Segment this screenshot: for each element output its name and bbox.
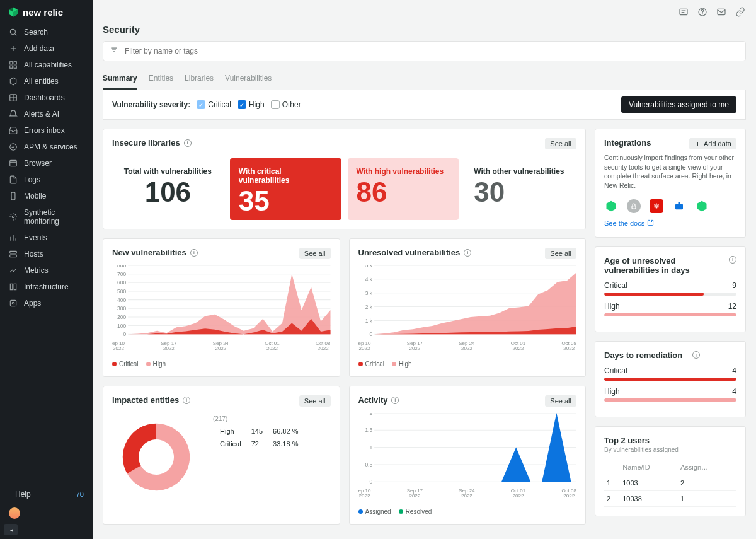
bell-icon bbox=[9, 110, 18, 119]
tab-entities[interactable]: Entities bbox=[149, 69, 173, 90]
svg-rect-82 bbox=[679, 202, 680, 204]
legend-resolved-dot bbox=[399, 509, 403, 514]
impacted-entities-card: Impacted entitiesi See all (217) High145… bbox=[103, 386, 340, 525]
see-all-button[interactable]: See all bbox=[545, 138, 576, 149]
nav-help[interactable]: Help 70 bbox=[0, 486, 93, 502]
stat-value: 35 bbox=[239, 187, 333, 215]
see-all-button[interactable]: See all bbox=[545, 248, 576, 259]
infrastructure-icon bbox=[9, 282, 18, 291]
svg-rect-5 bbox=[14, 62, 16, 64]
legend-high-dot bbox=[392, 362, 396, 366]
search-icon bbox=[9, 28, 18, 37]
svg-line-1 bbox=[14, 33, 16, 35]
info-icon[interactable]: i bbox=[190, 249, 198, 257]
checkbox-icon: ✓ bbox=[238, 100, 246, 109]
add-data-button[interactable]: Add data bbox=[689, 138, 736, 149]
nav-events[interactable]: Events bbox=[0, 229, 93, 246]
card-subtitle: By vulnerabilities assigned bbox=[604, 446, 736, 453]
share-link-icon[interactable] bbox=[735, 6, 746, 18]
nav-search[interactable]: Search bbox=[0, 24, 93, 40]
nav-label: All capabilities bbox=[24, 61, 72, 69]
info-icon[interactable]: i bbox=[464, 249, 471, 257]
vulnerabilities-assigned-button[interactable]: Vulnerabilities assigned to me bbox=[621, 96, 736, 113]
stat-high[interactable]: With high vulnerabilities 86 bbox=[348, 158, 459, 220]
nav-logs[interactable]: Logs bbox=[0, 171, 93, 188]
integration-logo-snyk-icon[interactable]: ❄ bbox=[650, 199, 663, 213]
legend-label: High bbox=[399, 361, 412, 368]
integration-logo-newrelic2-icon[interactable] bbox=[695, 199, 709, 213]
integration-logo-lock-icon[interactable] bbox=[627, 199, 641, 213]
bars-icon bbox=[9, 233, 18, 242]
legend-assigned-dot bbox=[358, 509, 363, 514]
query-builder-icon[interactable] bbox=[678, 6, 689, 18]
tab-libraries[interactable]: Libraries bbox=[185, 69, 214, 90]
severity-filter-row: Vulnerability severity: ✓Critical ✓High … bbox=[103, 90, 746, 120]
nav-all-capabilities[interactable]: All capabilities bbox=[0, 57, 93, 73]
svg-rect-7 bbox=[14, 66, 16, 68]
nav-all-entities[interactable]: All entities bbox=[0, 73, 93, 90]
info-icon[interactable]: i bbox=[729, 256, 736, 264]
user-avatar[interactable] bbox=[9, 507, 20, 519]
nav-synthetic-monitoring[interactable]: Synthetic monitoring bbox=[0, 204, 93, 229]
brand-logo[interactable]: new relic bbox=[0, 0, 93, 24]
nav-mobile[interactable]: Mobile bbox=[0, 188, 93, 204]
see-all-button[interactable]: See all bbox=[299, 395, 331, 407]
nav-alerts-ai[interactable]: Alerts & AI bbox=[0, 106, 93, 122]
nav-apps[interactable]: Apps bbox=[0, 295, 93, 311]
nav-apm-services[interactable]: APM & services bbox=[0, 139, 93, 155]
nav-dashboards[interactable]: Dashboards bbox=[0, 90, 93, 106]
info-icon[interactable]: i bbox=[183, 397, 190, 404]
brand-text: new relic bbox=[23, 7, 63, 18]
table-row[interactable]: 2100381 bbox=[604, 490, 736, 506]
synthetic-icon bbox=[9, 212, 18, 221]
tab-summary[interactable]: Summary bbox=[103, 69, 137, 90]
help-circle-icon[interactable] bbox=[697, 6, 708, 18]
stat-label: Total with vulnerabilities bbox=[121, 167, 215, 176]
nav-metrics[interactable]: Metrics bbox=[0, 262, 93, 279]
svg-text:1: 1 bbox=[369, 444, 372, 451]
remediation-card: Days to remediation i Critical4 High4 bbox=[595, 341, 746, 417]
nav-browser[interactable]: Browser bbox=[0, 155, 93, 171]
table-row: High14566.82 % bbox=[213, 425, 303, 438]
stat-critical[interactable]: With critical vulnerabilities 35 bbox=[230, 158, 341, 220]
nav-hosts[interactable]: Hosts bbox=[0, 246, 93, 262]
help-label: Help bbox=[15, 490, 31, 499]
collapse-sidebar-button[interactable]: |◂ bbox=[4, 524, 18, 535]
filter-bar[interactable] bbox=[103, 41, 746, 61]
nav-infrastructure[interactable]: Infrastructure bbox=[0, 279, 93, 295]
severity-critical-checkbox[interactable]: ✓Critical bbox=[197, 100, 231, 109]
svg-rect-22 bbox=[14, 284, 16, 289]
info-icon[interactable]: i bbox=[391, 397, 399, 404]
integration-logo-dependabot-icon[interactable] bbox=[672, 199, 686, 213]
filter-input[interactable] bbox=[125, 47, 739, 55]
age-card: Age of unresolved vulnerabilities in day… bbox=[595, 246, 746, 332]
page-title: Security bbox=[103, 24, 746, 35]
severity-other-checkbox[interactable]: Other bbox=[271, 100, 301, 109]
svg-text:0: 0 bbox=[369, 331, 372, 337]
severity-high-checkbox[interactable]: ✓High bbox=[238, 100, 265, 109]
nav-add-data[interactable]: Add data bbox=[0, 40, 93, 57]
card-title: New vulnerabilitiesi bbox=[112, 248, 198, 257]
stat-other[interactable]: With other vulnerabilities 30 bbox=[465, 158, 576, 220]
info-icon[interactable]: i bbox=[184, 139, 192, 147]
integration-logo-newrelic-icon[interactable] bbox=[604, 199, 618, 213]
stat-label: With high vulnerabilities bbox=[357, 167, 450, 176]
see-all-button[interactable]: See all bbox=[545, 395, 576, 407]
svg-text:200: 200 bbox=[117, 314, 126, 320]
mail-icon[interactable] bbox=[716, 6, 727, 18]
svg-text:2: 2 bbox=[369, 413, 372, 416]
info-icon[interactable]: i bbox=[692, 351, 700, 359]
legend-label: Assigned bbox=[365, 508, 391, 515]
table-header: Name/ID bbox=[620, 460, 678, 475]
apps-icon bbox=[9, 299, 18, 308]
mobile-icon bbox=[9, 192, 18, 200]
card-title: Unresolved vulnerabilitiesi bbox=[358, 248, 472, 257]
nav-label: Synthetic monitoring bbox=[24, 208, 84, 226]
table-row[interactable]: 110032 bbox=[604, 475, 736, 490]
tab-vulnerabilities[interactable]: Vulnerabilities bbox=[225, 69, 272, 90]
legend-label: Critical bbox=[119, 361, 139, 368]
see-docs-link[interactable]: See the docs bbox=[604, 219, 654, 227]
nav-errors-inbox[interactable]: Errors inbox bbox=[0, 122, 93, 139]
svg-rect-6 bbox=[10, 66, 13, 68]
see-all-button[interactable]: See all bbox=[299, 248, 331, 259]
